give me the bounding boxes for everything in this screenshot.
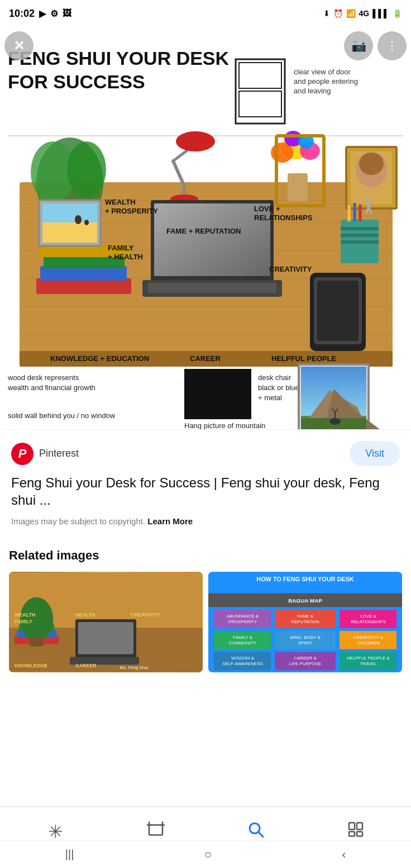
svg-text:wood desk represents: wood desk represents	[7, 373, 79, 382]
svg-text:+ metal: + metal	[258, 393, 282, 402]
status-left: 10:02 ▶ ⚙ 🖼	[9, 8, 71, 20]
svg-text:HELPFUL PEOPLE: HELPFUL PEOPLE	[271, 354, 336, 363]
pinterest-icon: P	[11, 443, 34, 465]
source-title: Feng Shui your Desk for Success | Feng s…	[11, 474, 400, 509]
wifi-icon: 📶	[346, 9, 356, 18]
svg-text:CAREER: CAREER	[190, 354, 221, 363]
source-header: P Pinterest Visit	[11, 441, 400, 466]
svg-text:COMMUNITY: COMMUNITY	[229, 641, 257, 646]
svg-text:ABUNDANCE &: ABUNDANCE &	[227, 614, 259, 619]
svg-text:LIFE PURPOSE: LIFE PURPOSE	[289, 662, 322, 667]
svg-text:FOR SUCCESS: FOR SUCCESS	[8, 71, 145, 92]
svg-text:WEALTH: WEALTH	[105, 198, 136, 206]
svg-rect-41	[154, 203, 270, 276]
svg-text:LOVE &: LOVE &	[360, 614, 376, 619]
status-right: ⬇ ⏰ 📶 4G ▌▌▌ 🔋	[323, 9, 402, 18]
svg-point-52	[84, 220, 89, 225]
cellular-icon: 4G	[359, 9, 370, 18]
related-image-2[interactable]: HOW TO FENG SHUI YOUR DESK BAGUA MAP ABU…	[208, 572, 402, 672]
svg-text:HELPFUL PEOPLE &: HELPFUL PEOPLE &	[347, 656, 390, 661]
svg-rect-156	[357, 832, 362, 836]
svg-rect-155	[349, 832, 355, 836]
svg-text:wealth and financial growth: wealth and financial growth	[7, 383, 95, 392]
svg-rect-43	[148, 283, 276, 293]
svg-text:MIND, BODY &: MIND, BODY &	[290, 635, 321, 640]
svg-text:FAMILY &: FAMILY &	[233, 635, 253, 640]
svg-text:CHILDREN: CHILDREN	[357, 641, 380, 646]
copyright-text: Images may be subject to copyright. Lear…	[11, 516, 400, 526]
youtube-icon: ▶	[39, 8, 46, 19]
svg-rect-44	[36, 278, 131, 294]
home-button[interactable]: ○	[204, 847, 212, 862]
svg-rect-33	[288, 173, 308, 201]
collections-icon	[347, 821, 364, 842]
svg-text:WEALTH: WEALTH	[15, 612, 35, 618]
svg-point-86	[329, 418, 341, 425]
system-nav: ||| ○ ‹	[0, 840, 411, 868]
svg-text:RELATIONSHIPS: RELATIONSHIPS	[351, 619, 386, 624]
svg-text:CREATIVITY: CREATIVITY	[269, 265, 312, 273]
svg-text:HOW TO FENG SHUI YOUR DESK: HOW TO FENG SHUI YOUR DESK	[256, 576, 354, 582]
gallery-icon: 🖼	[63, 8, 71, 18]
svg-text:black or blue: black or blue	[258, 383, 299, 392]
svg-text:+ HEALTH: + HEALTH	[108, 253, 143, 261]
svg-rect-5	[239, 91, 281, 117]
svg-text:PROSPERITY: PROSPERITY	[228, 619, 257, 624]
svg-text:FAME + REPUTATION: FAME + REPUTATION	[166, 227, 241, 235]
snapshot-icon	[147, 822, 165, 841]
svg-text:FAME &: FAME &	[297, 614, 314, 619]
svg-text:LOVE +: LOVE +	[254, 205, 280, 213]
signal-bars-icon: ▌▌▌	[372, 9, 389, 18]
svg-point-51	[75, 215, 82, 224]
svg-rect-50	[42, 222, 97, 243]
svg-text:and leaving: and leaving	[294, 87, 331, 95]
main-diagram: ✕ 📷 ⋮ FENG SHUI YOUR DESK FOR SUCCESS cl…	[0, 27, 411, 429]
related-grid: WEALTH FAMILY HEALTH CREATIVITY CAREER K…	[9, 572, 402, 672]
svg-text:CAREER: CAREER	[75, 663, 97, 669]
status-bar: 10:02 ▶ ⚙ 🖼 ⬇ ⏰ 📶 4G ▌▌▌ 🔋	[0, 0, 411, 27]
settings-icon: ⚙	[50, 8, 58, 19]
svg-text:WISDOM &: WISDOM &	[231, 656, 255, 661]
svg-text:KNOWLEDGE: KNOWLEDGE	[15, 663, 47, 669]
svg-rect-57	[341, 227, 379, 230]
svg-rect-106	[30, 638, 44, 647]
close-button[interactable]: ✕	[4, 31, 34, 60]
more-options-button[interactable]: ⋮	[377, 31, 407, 60]
related-section: Related images	[0, 537, 411, 678]
svg-rect-59	[341, 240, 379, 244]
svg-text:Ms. Feng Shui: Ms. Feng Shui	[120, 666, 148, 671]
source-name: Pinterest	[39, 448, 79, 459]
back-button[interactable]: ‹	[342, 848, 346, 861]
svg-text:FAMILY: FAMILY	[15, 619, 32, 624]
svg-rect-146	[149, 825, 163, 835]
recents-button[interactable]: |||	[65, 848, 74, 861]
svg-text:RELATIONSHIPS: RELATIONSHIPS	[254, 214, 313, 222]
svg-text:REPUTATION: REPUTATION	[291, 619, 319, 624]
time-display: 10:02	[9, 8, 35, 20]
svg-text:FAMILY: FAMILY	[108, 244, 134, 252]
svg-text:clear view of door: clear view of door	[294, 68, 351, 76]
svg-rect-154	[357, 823, 362, 829]
svg-text:SELF-AWARENESS: SELF-AWARENESS	[222, 662, 262, 667]
svg-rect-55	[317, 281, 359, 341]
svg-text:solid wall behind you / no win: solid wall behind you / no window	[8, 411, 116, 420]
svg-text:KNOWLEDGE + EDUCATION: KNOWLEDGE + EDUCATION	[50, 354, 149, 363]
diagram-svg: FENG SHUI YOUR DESK FOR SUCCESS clear vi…	[0, 27, 411, 429]
svg-text:CREATIVITY &: CREATIVITY &	[353, 635, 384, 640]
related-image-1[interactable]: WEALTH FAMILY HEALTH CREATIVITY CAREER K…	[9, 572, 203, 672]
search-icon	[247, 820, 265, 842]
svg-rect-103	[78, 622, 133, 654]
svg-text:CAREER &: CAREER &	[294, 656, 317, 661]
camera-button[interactable]: 📷	[344, 31, 373, 60]
visit-button[interactable]: Visit	[350, 441, 400, 466]
svg-rect-153	[349, 823, 355, 829]
svg-text:+ PROSPERITY: + PROSPERITY	[105, 207, 158, 215]
related-title: Related images	[9, 548, 402, 563]
discover-icon: ✳	[48, 821, 63, 842]
learn-more-link[interactable]: Learn More	[147, 516, 193, 526]
svg-text:Hang picture of mountain: Hang picture of mountain	[184, 421, 265, 429]
svg-point-20	[67, 141, 106, 197]
alarm-icon: ⏰	[333, 9, 343, 18]
svg-text:CREATIVITY: CREATIVITY	[131, 612, 160, 618]
image-controls: ✕ 📷 ⋮	[0, 27, 411, 65]
